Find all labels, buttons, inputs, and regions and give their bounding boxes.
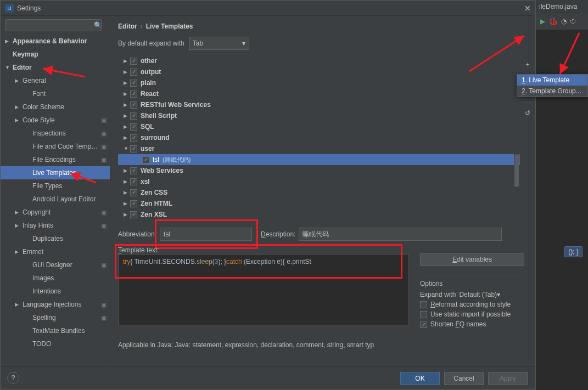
template-group-row[interactable]: ▶✓Web Services [118, 165, 520, 176]
project-icon: ▣ [101, 143, 107, 150]
default-expand-row: By default expand with Tab▾ [118, 37, 535, 55]
abbreviation-input[interactable] [160, 228, 252, 241]
revert-button[interactable]: ↺ [522, 108, 533, 118]
nav-file-encodings[interactable]: File Encodings▣ [1, 153, 110, 166]
search-icon: 🔍 [94, 21, 102, 29]
nav-general[interactable]: ▶General [1, 74, 110, 87]
nav-keymap[interactable]: Keymap [1, 48, 110, 61]
abbreviation-label: Abbreviation: [118, 230, 156, 238]
nav-inlay-hints[interactable]: ▶Inlay Hints▣ [1, 219, 110, 232]
template-group-row[interactable]: ▶✓other [118, 55, 520, 66]
run-icon[interactable]: ▶ [540, 18, 545, 25]
template-tree[interactable]: ▶✓other▶✓output▶✓plain▶✓React▶✓RESTful W… [118, 55, 520, 220]
edit-variables-button[interactable]: Edit variables [420, 253, 524, 266]
nav-images[interactable]: Images [1, 272, 110, 285]
run-toolbar: ▶ 🐞 ◔ ⏲ [536, 13, 588, 30]
template-group-row[interactable]: ▶✓RESTful Web Services [118, 99, 520, 110]
nav-appearance[interactable]: ▶Appearance & Behavior [1, 35, 110, 48]
template-group-row[interactable]: ▶✓SQL [118, 121, 520, 132]
close-icon[interactable]: ✕ [524, 4, 531, 13]
group-checkbox[interactable]: ✓ [130, 80, 137, 87]
static-import-checkbox[interactable] [420, 311, 427, 318]
group-checkbox[interactable]: ✓ [130, 69, 137, 76]
template-group-row[interactable]: ▶✓output [118, 66, 520, 77]
group-checkbox[interactable]: ✓ [130, 211, 137, 218]
group-checkbox[interactable]: ✓ [130, 134, 137, 142]
debug-icon[interactable]: 🐞 [548, 17, 558, 26]
template-group-row[interactable]: ▼✓user [118, 143, 520, 154]
settings-dialog: IJ Settings ✕ 🔍 ▶Appearance & Behavior K… [0, 0, 536, 390]
group-checkbox[interactable]: ✓ [130, 58, 137, 65]
reformat-checkbox[interactable] [420, 301, 427, 308]
nav-live-templates[interactable]: Live Templates [1, 166, 110, 179]
template-group-row[interactable]: ▶✓Zen HTML [118, 198, 520, 209]
chevron-down-icon: ▾ [497, 291, 500, 298]
template-group-row[interactable]: ▶✓React [118, 88, 520, 99]
nav-gui-designer[interactable]: GUI Designer▣ [1, 258, 110, 272]
template-group-row[interactable]: ▶✓Shell Script [118, 110, 520, 121]
template-group-row[interactable]: ▶✓plain [118, 77, 520, 88]
nav-inspections[interactable]: Inspections▣ [1, 127, 110, 140]
nav-spelling[interactable]: Spelling▣ [1, 311, 110, 324]
group-checkbox[interactable]: ✓ [130, 112, 137, 120]
options-title: Options [420, 280, 524, 287]
nav-file-code-templates[interactable]: File and Code Templates▣ [1, 140, 110, 153]
nav-colorscheme[interactable]: ▶Color Scheme [1, 100, 110, 114]
nav-emmet[interactable]: ▶Emmet [1, 245, 110, 258]
static-import-label: Use static import if possible [430, 310, 511, 318]
group-checkbox[interactable]: ✓ [130, 200, 137, 207]
template-group-row[interactable]: ▶✓Zen XSL [118, 209, 520, 220]
nav-editor[interactable]: ▼Editor [1, 61, 110, 74]
apply-button[interactable]: Apply [488, 372, 528, 385]
template-item-row[interactable]: ✓tsl(睡眠代码) [118, 154, 520, 165]
template-group-row[interactable]: ▶✓surround [118, 132, 520, 143]
ok-button[interactable]: OK [400, 372, 440, 385]
group-checkbox[interactable]: ✓ [130, 123, 137, 131]
titlebar: IJ Settings ✕ [1, 1, 535, 16]
nav-copyright[interactable]: ▶Copyright▣ [1, 206, 110, 219]
project-icon: ▣ [101, 262, 107, 269]
help-button[interactable]: ? [7, 372, 19, 384]
search-input[interactable] [5, 19, 102, 31]
nav-font[interactable]: Font [1, 87, 110, 100]
nav-codestyle[interactable]: ▶Code Style▣ [1, 114, 110, 127]
expand-with-combo[interactable]: Default (Tab)▾ [459, 291, 514, 298]
nav-language-injections[interactable]: ▶Language Injections▣ [1, 298, 110, 311]
description-input[interactable] [299, 228, 502, 241]
window-title: Settings [17, 4, 524, 12]
coverage-icon[interactable]: ◔ [561, 18, 567, 25]
group-checkbox[interactable]: ✓ [130, 91, 137, 98]
expand-with-label: Expand with [420, 291, 456, 298]
add-button[interactable]: ＋ [522, 59, 533, 70]
profiler-icon[interactable]: ⏲ [570, 18, 576, 25]
editor-tab[interactable]: ileDemo.java [536, 0, 588, 13]
nav-duplicates[interactable]: Duplicates [1, 232, 110, 245]
settings-sidebar: 🔍 ▶Appearance & Behavior Keymap ▼Editor … [1, 16, 110, 366]
breadcrumb: Editor›Live Templates [118, 21, 535, 37]
popup-live-template[interactable]: 1. Live Template [517, 75, 587, 86]
group-checkbox[interactable]: ✓ [130, 167, 137, 174]
nav-textmate[interactable]: TextMate Bundles [1, 324, 110, 337]
shorten-fq-checkbox[interactable]: ✓ [420, 321, 427, 328]
nav-android-layout[interactable]: Android Layout Editor [1, 193, 110, 206]
shorten-fq-label: Shorten FQ names [430, 320, 486, 328]
template-group-row[interactable]: ▶✓Zen CSS [118, 187, 520, 198]
code-hint: (); } [564, 246, 583, 257]
popup-template-group[interactable]: 2. Template Group... [517, 86, 587, 97]
group-checkbox[interactable]: ✓ [130, 145, 137, 152]
scrollbar-thumb[interactable] [514, 154, 519, 187]
group-checkbox[interactable]: ✓ [130, 178, 137, 185]
group-checkbox[interactable]: ✓ [130, 101, 137, 109]
template-group-row[interactable]: ▶✓xsl [118, 176, 520, 187]
template-checkbox[interactable]: ✓ [142, 156, 149, 163]
default-expand-label: By default expand with [118, 39, 184, 47]
settings-tree[interactable]: ▶Appearance & Behavior Keymap ▼Editor ▶G… [1, 35, 110, 366]
nav-todo[interactable]: TODO [1, 337, 110, 351]
nav-intentions[interactable]: Intentions [1, 285, 110, 298]
nav-file-types[interactable]: File Types [1, 179, 110, 193]
group-checkbox[interactable]: ✓ [130, 189, 137, 196]
template-text-label: Template text: [118, 246, 409, 254]
cancel-button[interactable]: Cancel [444, 372, 484, 385]
default-expand-combo[interactable]: Tab▾ [189, 37, 249, 50]
template-text-editor[interactable]: try{ TimeUnit.SECONDS.sleep(3); }catch (… [118, 254, 409, 325]
